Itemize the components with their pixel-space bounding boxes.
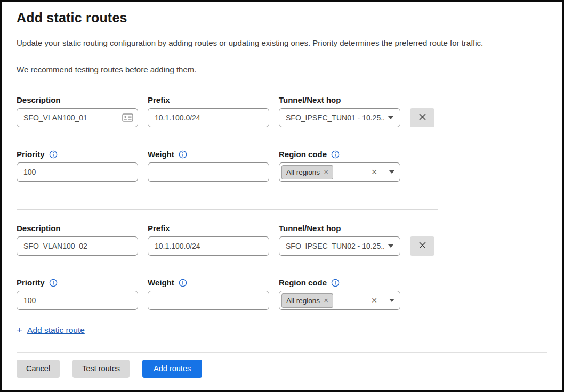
region-chip: All regions ✕	[281, 165, 333, 179]
test-routes-button[interactable]: Test routes	[72, 360, 130, 378]
weight-label: Weight	[148, 278, 174, 287]
add-static-route-row: + Add static route	[17, 325, 547, 335]
tunnel-select-value: SFO_IPSEC_TUN02 - 10.25...	[286, 242, 384, 250]
chip-remove-icon[interactable]: ✕	[324, 298, 328, 304]
chip-remove-icon[interactable]: ✕	[324, 169, 328, 175]
chevron-down-icon	[389, 170, 394, 174]
tunnel-select-value: SFO_IPSEC_TUN01 - 10.25...	[286, 113, 384, 122]
remove-route-button[interactable]	[410, 108, 434, 127]
weight-field: Weight	[148, 277, 269, 310]
description-field: Description	[17, 223, 138, 256]
prefix-field: Prefix	[148, 223, 269, 256]
info-icon[interactable]	[49, 279, 58, 287]
tunnel-label: Tunnel/Next hop	[279, 95, 341, 104]
plus-icon: +	[17, 325, 22, 335]
prefix-label: Prefix	[148, 224, 170, 233]
region-select[interactable]: All regions ✕ ✕	[279, 291, 400, 310]
priority-input[interactable]	[17, 162, 138, 182]
route-divider	[17, 209, 438, 210]
region-select[interactable]: All regions ✕ ✕	[279, 162, 400, 182]
weight-input[interactable]	[148, 162, 269, 182]
tunnel-select[interactable]: SFO_IPSEC_TUN02 - 10.25...	[279, 236, 400, 256]
region-chip-label: All regions	[286, 168, 320, 176]
prefix-label: Prefix	[148, 95, 170, 104]
description-label: Description	[17, 224, 61, 233]
priority-label: Priority	[17, 278, 45, 287]
clear-icon[interactable]: ✕	[371, 168, 377, 176]
remove-route-button[interactable]	[410, 236, 434, 256]
region-chip-label: All regions	[286, 297, 320, 305]
dialog-footer: Cancel Test routes Add routes	[17, 352, 547, 378]
add-static-routes-dialog: Add static routes Update your static rou…	[2, 2, 562, 378]
route-section-1: Description	[17, 94, 547, 182]
priority-field: Priority	[17, 149, 138, 182]
tunnel-field: Tunnel/Next hop SFO_IPSEC_TUN01 - 10.25.…	[279, 94, 400, 127]
weight-label: Weight	[148, 150, 174, 159]
prefix-field: Prefix	[148, 94, 269, 127]
region-field: Region code All regions ✕	[279, 149, 400, 182]
cancel-button[interactable]: Cancel	[17, 360, 60, 378]
priority-field: Priority	[17, 277, 138, 310]
region-label: Region code	[279, 278, 327, 287]
tunnel-select[interactable]: SFO_IPSEC_TUN01 - 10.25...	[279, 108, 400, 127]
tunnel-field: Tunnel/Next hop SFO_IPSEC_TUN02 - 10.25.…	[279, 223, 400, 256]
add-static-route-link[interactable]: Add static route	[27, 325, 85, 335]
tunnel-label: Tunnel/Next hop	[279, 224, 341, 233]
close-icon	[418, 112, 427, 123]
chevron-down-icon	[388, 116, 393, 119]
prefix-input[interactable]	[148, 236, 269, 256]
info-icon[interactable]	[331, 150, 340, 159]
clear-icon[interactable]: ✕	[371, 297, 377, 304]
weight-field: Weight	[148, 149, 269, 182]
close-icon	[418, 241, 427, 251]
description-label: Description	[17, 95, 61, 104]
chevron-down-icon	[389, 299, 394, 302]
route-section-2: Description Prefix Tunnel/Next hop SFO_I…	[17, 223, 547, 310]
description-input[interactable]	[17, 108, 138, 127]
dialog-recommendation: We recommend testing routes before addin…	[17, 64, 547, 75]
prefix-input[interactable]	[148, 108, 269, 127]
region-field: Region code All regions ✕	[279, 277, 400, 310]
region-chip: All regions ✕	[281, 293, 333, 308]
add-routes-button[interactable]: Add routes	[142, 360, 202, 378]
priority-label: Priority	[17, 150, 45, 159]
info-icon[interactable]	[179, 279, 187, 287]
info-icon[interactable]	[49, 150, 58, 159]
priority-input[interactable]	[17, 291, 138, 310]
description-input[interactable]	[17, 236, 138, 256]
weight-input[interactable]	[148, 291, 269, 310]
info-icon[interactable]	[179, 150, 187, 159]
info-icon[interactable]	[331, 279, 340, 287]
description-field: Description	[17, 94, 138, 127]
page-title: Add static routes	[17, 9, 547, 27]
dialog-description: Update your static routing configuration…	[17, 38, 547, 48]
region-label: Region code	[279, 150, 327, 159]
chevron-down-icon	[388, 244, 393, 248]
